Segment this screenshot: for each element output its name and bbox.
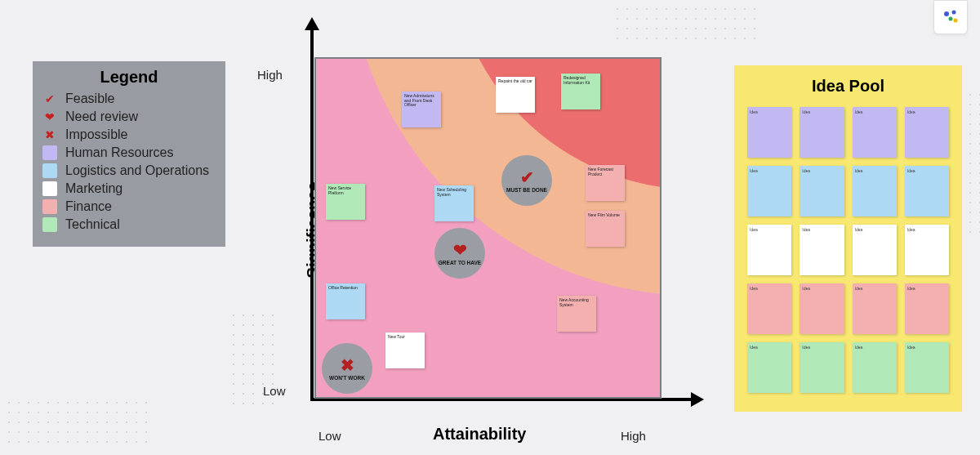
idea-pool-note[interactable]: Idea <box>800 283 844 334</box>
sticky-note[interactable]: New Service Platform <box>326 184 365 220</box>
legend-status-feasible: ✔ Feasible <box>42 91 216 106</box>
legend-swatch <box>42 199 57 214</box>
zone-label: WON'T WORK <box>329 375 365 381</box>
decorative-dots <box>4 398 151 447</box>
legend-swatch <box>42 217 57 232</box>
legend-status-review: ❤ Need review <box>42 109 216 124</box>
idea-pool-note[interactable]: Idea <box>905 342 949 393</box>
cross-icon: ✖ <box>42 127 57 142</box>
idea-pool-note[interactable]: Idea <box>747 225 791 275</box>
svg-point-0 <box>944 11 949 16</box>
priority-matrix-chart: Significance Attainability High Low Low … <box>278 20 694 445</box>
idea-pool-note[interactable]: Idea <box>905 283 949 334</box>
sticky-note[interactable]: Repaint the old car <box>496 77 535 113</box>
sticky-note[interactable]: New Admissions and Front Desk Officer <box>402 91 441 127</box>
idea-pool-note[interactable]: Idea <box>905 225 949 275</box>
matrix-plot-area: ✔ MUST BE DONE ❤ GREAT TO HAVE ✖ WON'T W… <box>314 57 662 399</box>
idea-pool-title: Idea Pool <box>747 77 949 96</box>
idea-pool-note[interactable]: Idea <box>747 342 791 393</box>
idea-pool-note[interactable]: Idea <box>853 166 897 216</box>
sticky-note[interactable]: New Film Volume <box>586 211 625 247</box>
arrow-up-icon <box>305 17 319 30</box>
legend-swatch <box>42 163 57 178</box>
legend-category-row: Human Resources <box>42 145 216 160</box>
check-icon: ✔ <box>42 91 57 106</box>
heart-icon: ❤ <box>42 109 57 124</box>
x-tick-low: Low <box>318 429 341 443</box>
idea-pool-note[interactable]: Idea <box>800 342 844 393</box>
y-tick-low: Low <box>263 384 286 398</box>
x-tick-high: High <box>621 429 646 443</box>
legend-label: Impossible <box>65 127 127 142</box>
legend-label: Logistics and Operations <box>65 163 209 178</box>
idea-pool-note[interactable]: Idea <box>853 342 897 393</box>
svg-point-2 <box>949 17 953 21</box>
idea-pool-note[interactable]: Idea <box>747 283 791 334</box>
legend-category-row: Logistics and Operations <box>42 163 216 178</box>
arrow-right-icon <box>691 392 704 407</box>
legend-category-row: Marketing <box>42 181 216 196</box>
zone-badge-wont: ✖ WON'T WORK <box>322 343 372 394</box>
legend-label: Need review <box>65 109 138 124</box>
idea-pool-note[interactable]: Idea <box>853 225 897 275</box>
y-tick-high: High <box>257 68 283 82</box>
sticky-note[interactable]: New Tour <box>385 332 425 368</box>
legend-label: Human Resources <box>65 145 174 160</box>
idea-pool-note[interactable]: Idea <box>800 166 844 216</box>
brand-logo-icon <box>941 7 960 27</box>
legend-swatch <box>42 181 57 196</box>
sticky-note[interactable]: New Accounting System <box>557 296 596 332</box>
idea-pool-note[interactable]: Idea <box>747 107 791 158</box>
check-icon: ✔ <box>520 168 534 186</box>
zone-badge-must: ✔ MUST BE DONE <box>501 155 552 206</box>
legend-category-row: Technical <box>42 217 216 232</box>
legend-label: Technical <box>65 217 120 232</box>
idea-pool-grid: IdeaIdeaIdeaIdeaIdeaIdeaIdeaIdeaIdeaIdea… <box>747 107 949 393</box>
sticky-note[interactable]: Redesigned Information Kit <box>561 74 600 109</box>
idea-pool-note[interactable]: Idea <box>905 166 949 216</box>
legend-title: Legend <box>42 68 216 87</box>
idea-pool-note[interactable]: Idea <box>800 225 844 275</box>
idea-pool-panel: Idea Pool IdeaIdeaIdeaIdeaIdeaIdeaIdeaId… <box>734 65 962 412</box>
idea-pool-note[interactable]: Idea <box>747 166 791 216</box>
sticky-note[interactable]: New Forecast Product <box>586 165 625 201</box>
idea-pool-note[interactable]: Idea <box>800 107 844 158</box>
sticky-note[interactable]: New Scheduling System <box>434 185 474 221</box>
legend-swatch <box>42 145 57 160</box>
heart-icon: ❤ <box>453 241 467 259</box>
idea-pool-note[interactable]: Idea <box>853 283 897 334</box>
legend-status-impossible: ✖ Impossible <box>42 127 216 142</box>
sticky-note[interactable]: Office Retention <box>326 283 365 319</box>
legend-label: Marketing <box>65 181 122 196</box>
svg-point-1 <box>952 11 956 15</box>
svg-point-3 <box>954 19 958 23</box>
legend-category-row: Finance <box>42 199 216 214</box>
legend-panel: Legend ✔ Feasible ❤ Need review ✖ Imposs… <box>33 61 225 247</box>
zone-label: MUST BE DONE <box>506 187 547 193</box>
brand-logo-button[interactable] <box>933 0 968 34</box>
zone-label: GREAT TO HAVE <box>439 260 481 265</box>
x-axis-label: Attainability <box>433 425 526 444</box>
idea-pool-note[interactable]: Idea <box>905 107 949 158</box>
legend-label: Feasible <box>65 91 114 106</box>
cross-icon: ✖ <box>341 356 354 374</box>
zone-badge-great: ❤ GREAT TO HAVE <box>434 228 485 279</box>
legend-label: Finance <box>65 199 112 214</box>
idea-pool-note[interactable]: Idea <box>853 107 897 158</box>
